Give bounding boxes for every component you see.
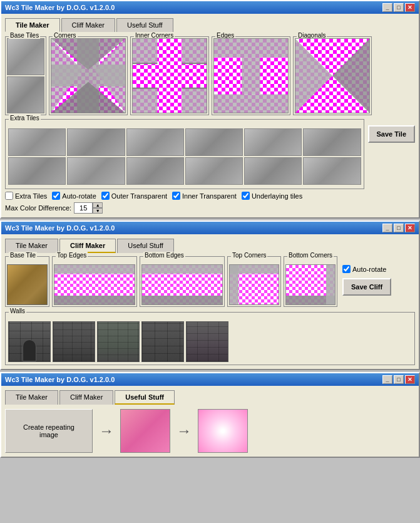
save-cliff-button[interactable]: Save Cliff (342, 278, 391, 296)
extra-tile-6[interactable] (303, 128, 361, 156)
top-edges-tile[interactable] (54, 264, 135, 305)
tab-tile-maker-1[interactable]: Tile Maker (5, 18, 60, 32)
edges-tile[interactable] (213, 38, 289, 113)
arrow-icon-2: → (177, 422, 192, 440)
close-btn-3[interactable]: ✕ (405, 375, 415, 384)
svg-rect-13 (214, 95, 288, 113)
svg-rect-7 (182, 88, 207, 113)
max-color-input[interactable]: 15 (74, 202, 93, 214)
section-top-edges: Top Edges (52, 256, 137, 307)
extra-tiles-grid (7, 126, 362, 187)
tab-cliff-maker-3[interactable]: Cliff Maker (59, 390, 113, 405)
cliff-top-row: Base Tile Top Edges Bottom Edges (5, 256, 415, 307)
inner-corners-tile[interactable] (132, 38, 207, 113)
section-diagonals: Diagonals (293, 36, 372, 115)
cb-outer-transparent: Outer Transparent (101, 192, 167, 200)
window-useful-stuff: Wc3 Tile Maker by D.O.G. v1.2.0.0 _ □ ✕ … (0, 372, 420, 458)
corners-tile[interactable] (51, 38, 126, 113)
title-bar-3: Wc3 Tile Maker by D.O.G. v1.2.0.0 _ □ ✕ (1, 373, 419, 386)
checkbox-auto-rotate[interactable] (52, 192, 60, 200)
max-color-row: Max Color Difference: 15 ▲ ▼ (5, 202, 415, 214)
minimize-btn-2[interactable]: _ (382, 224, 392, 232)
window-tile-maker: Wc3 Tile Maker by D.O.G. v1.2.0.0 _ □ ✕ … (0, 0, 420, 219)
tab-useful-stuff-3[interactable]: Useful Stuff (115, 390, 175, 405)
tab-cliff-maker-1[interactable]: Cliff Maker (61, 18, 115, 32)
cb-inner-transparent: Inner Transparent (172, 192, 237, 200)
minimize-btn-3[interactable]: _ (382, 375, 392, 384)
window-body-3: Tile Maker Cliff Maker Useful Stuff Crea… (1, 386, 419, 457)
tab-tile-maker-2[interactable]: Tile Maker (5, 239, 58, 253)
svg-marker-16 (332, 39, 369, 113)
cb-underlaying: Underlaying tiles (242, 192, 302, 200)
label-underlaying: Underlaying tiles (252, 192, 302, 200)
maximize-btn-2[interactable]: □ (394, 224, 404, 232)
label-inner-transparent: Inner Transparent (182, 192, 237, 200)
spinner-up[interactable]: ▲ (93, 202, 103, 208)
wall-tile-2[interactable] (53, 321, 95, 362)
extra-tile-11[interactable] (244, 157, 302, 185)
section-base-tiles: Base Tiles (5, 36, 46, 115)
label-base-tile: Base Tile (9, 252, 37, 259)
extra-tile-1[interactable] (8, 128, 66, 156)
wall-tile-4[interactable] (141, 321, 184, 362)
svg-rect-4 (133, 39, 157, 63)
label-extra-tiles: Extra Tiles (9, 115, 41, 122)
extra-tile-5[interactable] (244, 128, 302, 156)
extra-tile-12[interactable] (303, 157, 361, 185)
extra-tiles-area: Extra Tiles Save Tile (5, 119, 415, 189)
checkbox-cliff-auto-rotate[interactable] (342, 265, 351, 273)
section-base-tile: Base Tile (5, 256, 49, 307)
title-2: Wc3 Tile Maker by D.O.G. v1.2.0.0 (5, 224, 115, 232)
cb-extra-tiles: Extra Tiles (5, 192, 47, 200)
extra-tile-4[interactable] (185, 128, 243, 156)
label-outer-transparent: Outer Transparent (111, 192, 167, 200)
extra-tile-3[interactable] (126, 128, 184, 156)
extra-tile-10[interactable] (185, 157, 243, 185)
spinner-down[interactable]: ▼ (93, 208, 103, 214)
extra-tile-2[interactable] (67, 128, 125, 156)
tab-useful-stuff-1[interactable]: Useful Stuff (116, 18, 173, 32)
minimize-btn-1[interactable]: _ (382, 3, 392, 12)
maximize-btn-3[interactable]: □ (394, 375, 404, 384)
checkbox-underlaying[interactable] (242, 192, 250, 200)
label-base-tiles: Base Tiles (9, 32, 40, 39)
max-color-label: Max Color Difference: (5, 204, 71, 212)
title-bar-buttons-3: _ □ ✕ (382, 375, 415, 384)
window-cliff-maker: Wc3 Tile Maker by D.O.G. v1.2.0.0 _ □ ✕ … (0, 220, 420, 370)
checkbox-inner-transparent[interactable] (172, 192, 180, 200)
top-corners-tile[interactable] (229, 264, 279, 305)
tab-useful-stuff-2[interactable]: Useful Stuff (117, 239, 174, 253)
tabs-1: Tile Maker Cliff Maker Useful Stuff (5, 18, 415, 31)
tab-cliff-maker-2[interactable]: Cliff Maker (59, 239, 116, 253)
title-3: Wc3 Tile Maker by D.O.G. v1.2.0.0 (5, 376, 115, 383)
input-color-swatch[interactable] (120, 409, 170, 453)
wall-tile-1[interactable] (8, 321, 51, 362)
save-tile-button[interactable]: Save Tile (368, 125, 416, 143)
close-btn-2[interactable]: ✕ (405, 224, 415, 232)
maximize-btn-1[interactable]: □ (394, 3, 404, 12)
label-walls: Walls (9, 308, 26, 314)
label-cliff-auto-rotate: Auto-rotate (352, 266, 386, 273)
tab-tile-maker-3[interactable]: Tile Maker (5, 390, 58, 405)
svg-rect-14 (242, 58, 260, 95)
extra-tile-9[interactable] (126, 157, 184, 185)
extra-tile-8[interactable] (67, 157, 125, 185)
checkbox-extra-tiles[interactable] (5, 192, 13, 200)
wall-tile-3[interactable] (97, 321, 140, 362)
section-bottom-corners: Bottom Corners (284, 256, 337, 307)
checkbox-outer-transparent[interactable] (101, 192, 110, 200)
close-btn-1[interactable]: ✕ (405, 3, 415, 12)
section-extra-tiles: Extra Tiles (5, 119, 364, 189)
extra-tile-7[interactable] (8, 157, 66, 185)
base-tile-1[interactable] (7, 38, 44, 75)
label-auto-rotate: Auto-rotate (62, 192, 96, 200)
create-repeating-image-button[interactable]: Create repeating image (5, 409, 93, 453)
wall-tile-5[interactable] (186, 321, 228, 362)
bottom-corners-tile[interactable] (285, 264, 335, 305)
tile-sections-row: Base Tiles Corners (5, 36, 415, 115)
cliff-base-tile-img[interactable] (7, 264, 48, 305)
max-color-spinner: 15 ▲ ▼ (74, 202, 103, 214)
base-tile-2[interactable] (7, 76, 44, 113)
diagonals-tile[interactable] (295, 38, 370, 113)
bottom-edges-tile[interactable] (141, 264, 223, 305)
